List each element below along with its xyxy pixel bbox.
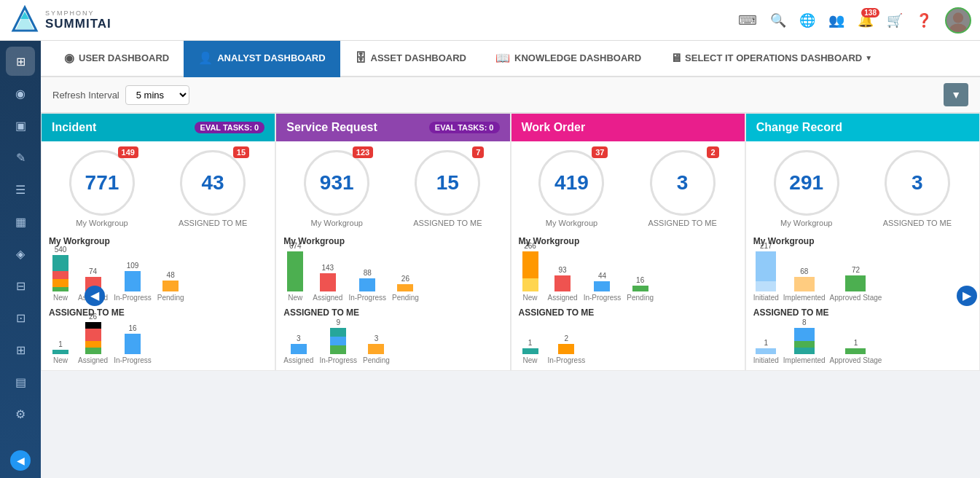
incident-assigned-circle[interactable]: 15 43 — [180, 150, 246, 216]
cr-assigned-label: ASSIGNED TO ME — [883, 219, 952, 227]
sidebar-item-monitor[interactable]: ▣ — [6, 111, 35, 140]
change-record-workgroup-circle[interactable]: 291 — [774, 150, 839, 216]
incident-assigned-label: ASSIGNED TO ME — [179, 219, 247, 227]
code-icon[interactable]: ⌨ — [738, 12, 757, 28]
incident-workgroup-circle[interactable]: 149 771 — [69, 150, 135, 216]
scroll-right-arrow[interactable]: ▶ — [957, 286, 977, 306]
sidebar-item-list[interactable]: ☰ — [6, 175, 35, 204]
sidebar-item-layers[interactable]: ⊟ — [6, 271, 35, 300]
bell-icon[interactable]: 🔔138 — [858, 12, 874, 28]
incident-asgn-bar-new: 1 New — [49, 340, 72, 364]
cr-asgn-bar-approved: 1 Approved Stage — [830, 339, 882, 364]
asset-dashboard-icon: 🗄 — [355, 52, 366, 65]
tab-knowledge-dashboard-label: KNOWLEDGE DASHBOARD — [514, 52, 641, 63]
work-order-workgroup-circle[interactable]: 37 419 — [538, 150, 604, 216]
change-record-panel: Change Record 291 My Workgroup 3 — [745, 113, 980, 371]
wo-bar-new: 266 New — [519, 242, 542, 302]
sidebar-item-tag[interactable]: ◈ — [6, 239, 35, 268]
scroll-left-arrow[interactable]: ◀ — [85, 286, 105, 306]
incident-workgroup-chart: My Workgroup 540 New — [42, 230, 275, 305]
incident-workgroup-circle-wrap: 149 771 My Workgroup — [69, 150, 135, 227]
wo-workgroup-badge: 37 — [592, 146, 608, 158]
wo-workgroup-chart: My Workgroup 266 New 9 — [511, 230, 745, 305]
help-icon[interactable]: ❓ — [916, 12, 932, 28]
work-order-header: Work Order — [511, 114, 745, 141]
tab-analyst-dashboard[interactable]: 👤 ANALYST DASHBOARD — [184, 41, 340, 77]
analyst-dashboard-icon: 👤 — [198, 51, 213, 65]
cr-asgn-bar-implemented: 8 Implemented — [783, 318, 826, 364]
logo: SYMPHONY SUMMITAI — [9, 4, 111, 36]
tab-asset-dashboard[interactable]: 🗄 ASSET DASHBOARD — [340, 42, 481, 77]
cr-workgroup-count: 291 — [789, 171, 823, 195]
tab-asset-dashboard-label: ASSET DASHBOARD — [371, 52, 466, 63]
cr-bar-initiated: 217 Initiated — [753, 242, 779, 302]
svg-point-4 — [949, 23, 966, 32]
wo-bar-inprogress: 44 In-Progress — [584, 272, 622, 302]
main-layout: ⊞ ◉ ▣ ✎ ☰ ▦ ◈ ⊟ ⊡ ⊞ ▤ ⚙ ◀ ◉ USER DASHBOA… — [0, 41, 980, 478]
service-request-header: Service Request EVAL TASKS: 0 — [276, 114, 509, 141]
people-icon[interactable]: 👥 — [828, 12, 844, 28]
wo-assigned-title: ASSIGNED TO ME — [519, 307, 737, 318]
filter-button[interactable]: ▼ — [944, 83, 968, 106]
sidebar-item-stack[interactable]: ⊞ — [6, 335, 35, 364]
incident-header: Incident EVAL TASKS: 0 — [42, 114, 275, 141]
tab-user-dashboard[interactable]: ◉ USER DASHBOARD — [50, 41, 184, 77]
wo-workgroup-count: 419 — [554, 171, 589, 195]
globe-icon[interactable]: 🌐 — [799, 12, 815, 28]
service-request-workgroup-wrap: 123 931 My Workgroup — [304, 150, 369, 227]
sidebar-item-edit[interactable]: ✎ — [6, 143, 35, 172]
work-order-assigned-wrap: 2 3 ASSIGNED TO ME — [648, 150, 716, 227]
sidebar-item-reports[interactable]: ◉ — [6, 79, 35, 108]
sr-asgn-bar-assigned: 3 Assigned — [283, 334, 313, 364]
sr-asgn-bar-pending: 3 Pending — [363, 334, 390, 364]
sr-workgroup-label: My Workgroup — [304, 219, 369, 227]
change-record-workgroup-wrap: 291 My Workgroup — [774, 150, 839, 227]
sidebar-item-table[interactable]: ▤ — [6, 367, 35, 396]
sidebar-item-dashboard[interactable]: ⊞ — [6, 47, 35, 76]
sidebar-item-file[interactable]: ⊡ — [6, 303, 35, 332]
service-request-assigned-circle[interactable]: 7 15 — [415, 150, 480, 216]
svg-point-3 — [953, 12, 963, 23]
sr-assigned-count: 15 — [436, 171, 459, 195]
work-order-assigned-circle[interactable]: 2 3 — [650, 150, 716, 216]
logo-area: SYMPHONY SUMMITAI — [9, 4, 111, 36]
refresh-interval-select[interactable]: 5 mins 1 min 10 mins 30 mins — [125, 85, 189, 105]
service-request-title: Service Request — [286, 121, 377, 134]
avatar[interactable] — [945, 7, 971, 34]
wo-assigned-badge: 2 — [707, 146, 718, 158]
refresh-label: Refresh Interval — [52, 90, 119, 101]
cr-workgroup-chart: My Workgroup 217 Initiated — [746, 230, 979, 305]
wo-bar-assigned: 93 Assigned — [548, 266, 578, 302]
service-request-assigned-wrap: 7 15 ASSIGNED TO ME — [413, 150, 482, 227]
cr-assigned-title: ASSIGNED TO ME — [753, 307, 972, 318]
sidebar-item-settings[interactable]: ⚙ — [6, 399, 35, 428]
dashboard-grid: Incident EVAL TASKS: 0 149 771 My Workgr… — [41, 113, 980, 371]
logo-summitai: SUMMITAI — [45, 17, 111, 31]
sr-assigned-badge: 7 — [472, 146, 484, 158]
sr-bar-assigned: 143 Assigned — [313, 264, 342, 302]
wo-bar-pending: 16 Pending — [627, 276, 654, 302]
sr-bar-new: 674 New — [283, 242, 307, 302]
incident-assigned-count: 43 — [202, 171, 224, 195]
wo-assigned-count: 3 — [677, 171, 689, 195]
incident-bar-new: 540 New — [49, 246, 72, 302]
service-request-workgroup-circle[interactable]: 123 931 — [304, 150, 369, 216]
logo-icon — [9, 4, 41, 36]
change-record-assigned-circle[interactable]: 3 — [885, 150, 950, 216]
tab-knowledge-dashboard[interactable]: 📖 KNOWLEDGE DASHBOARD — [481, 41, 656, 77]
sidebar-toggle-left[interactable]: ◀ — [10, 450, 31, 471]
sidebar-item-box[interactable]: ▦ — [6, 207, 35, 236]
service-request-eval-badge: EVAL TASKS: 0 — [429, 122, 500, 133]
tab-it-operations[interactable]: 🖥 SELECT IT OPERATIONS DASHBOARD ▼ — [656, 42, 887, 77]
incident-workgroup-badge: 149 — [118, 146, 138, 158]
incident-chart-title: My Workgroup — [49, 236, 267, 246]
change-record-title: Change Record — [756, 121, 842, 134]
cart-icon[interactable]: 🛒 — [887, 12, 903, 28]
sr-bar-inprogress: 88 In-Progress — [348, 269, 386, 302]
search-icon[interactable]: 🔍 — [770, 12, 786, 28]
toolbar-left: Refresh Interval 5 mins 1 min 10 mins 30… — [52, 85, 189, 105]
cr-assigned-count: 3 — [912, 171, 923, 195]
main-content: ◉ USER DASHBOARD 👤 ANALYST DASHBOARD 🗄 A… — [41, 41, 980, 478]
change-record-circles-row: 291 My Workgroup 3 ASSIGNED TO ME — [746, 141, 979, 230]
incident-workgroup-count: 771 — [85, 171, 119, 195]
